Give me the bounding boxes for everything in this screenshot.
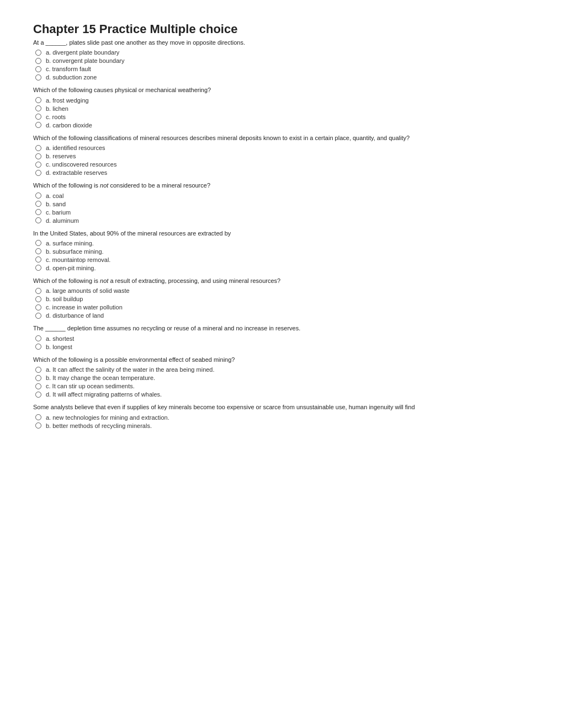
- question-text-q8: Which of the following is a possible env…: [33, 356, 530, 364]
- radio-button[interactable]: [35, 248, 41, 254]
- option-label: d. disturbance of land: [46, 312, 104, 319]
- radio-button[interactable]: [35, 201, 41, 207]
- radio-button[interactable]: [35, 50, 41, 56]
- question-block-q4: Which of the following is not considered…: [33, 181, 530, 223]
- question-text-q3: Which of the following classifications o…: [33, 134, 530, 142]
- option-label: a. frost wedging: [46, 97, 89, 104]
- question-block-q6: Which of the following is not a result o…: [33, 277, 530, 319]
- option-label: d. aluminum: [46, 217, 79, 224]
- radio-button[interactable]: [35, 383, 41, 389]
- radio-button[interactable]: [35, 256, 41, 263]
- radio-button[interactable]: [35, 105, 41, 111]
- option-row: a. frost wedging: [33, 97, 530, 104]
- radio-button[interactable]: [35, 422, 41, 429]
- question-block-q9: Some analysts believe that even if suppl…: [33, 403, 530, 429]
- question-text-q6: Which of the following is not a result o…: [33, 277, 530, 285]
- option-row: a. large amounts of solid waste: [33, 287, 530, 294]
- option-row: a. divergent plate boundary: [33, 49, 530, 56]
- option-row: b. It may change the ocean temperature.: [33, 374, 530, 381]
- radio-button[interactable]: [35, 192, 41, 199]
- radio-button[interactable]: [35, 66, 41, 72]
- option-label: c. increase in water pollution: [46, 304, 123, 311]
- option-row: b. subsurface mining.: [33, 248, 530, 255]
- option-row: d. subduction zone: [33, 74, 530, 81]
- radio-button[interactable]: [35, 240, 41, 246]
- radio-button[interactable]: [35, 209, 41, 215]
- question-block-q2: Which of the following causes physical o…: [33, 86, 530, 128]
- option-label: b. longest: [46, 344, 72, 350]
- option-row: b. longest: [33, 344, 530, 350]
- page-title: Chapter 15 Practice Multiple choice: [33, 22, 530, 36]
- option-row: d. disturbance of land: [33, 312, 530, 319]
- radio-button[interactable]: [35, 288, 41, 294]
- radio-button[interactable]: [35, 414, 41, 420]
- option-label: b. convergent plate boundary: [46, 57, 125, 64]
- option-row: d. carbon dioxide: [33, 122, 530, 129]
- option-label: c. roots: [46, 114, 66, 120]
- option-label: b. soil buildup: [46, 296, 83, 302]
- option-label: a. new technologies for mining and extra…: [46, 414, 169, 421]
- option-row: a. shortest: [33, 335, 530, 342]
- option-label: c. transform fault: [46, 66, 91, 72]
- option-row: a. coal: [33, 192, 530, 199]
- question-block-q7: The ______ depletion time assumes no rec…: [33, 324, 530, 350]
- question-text-q5: In the United States, about 90% of the m…: [33, 229, 530, 238]
- option-label: c. barium: [46, 209, 71, 216]
- option-row: b. convergent plate boundary: [33, 57, 530, 64]
- option-label: a. shortest: [46, 335, 74, 342]
- radio-button[interactable]: [35, 162, 41, 168]
- option-row: c. barium: [33, 209, 530, 216]
- question-text-q4: Which of the following is not considered…: [33, 181, 530, 190]
- radio-button[interactable]: [35, 114, 41, 120]
- option-label: a. divergent plate boundary: [46, 49, 119, 56]
- option-label: d. subduction zone: [46, 74, 97, 81]
- radio-button[interactable]: [35, 313, 41, 319]
- option-label: c. mountaintop removal.: [46, 256, 110, 263]
- option-label: b. subsurface mining.: [46, 248, 104, 255]
- option-row: a. identified resources: [33, 144, 530, 151]
- option-label: a. surface mining.: [46, 240, 94, 247]
- question-text-q9: Some analysts believe that even if suppl…: [33, 403, 530, 411]
- option-row: a. new technologies for mining and extra…: [33, 414, 530, 421]
- option-row: b. lichen: [33, 105, 530, 112]
- option-row: b. soil buildup: [33, 296, 530, 302]
- option-row: c. increase in water pollution: [33, 304, 530, 311]
- radio-button[interactable]: [35, 58, 41, 64]
- radio-button[interactable]: [35, 392, 41, 398]
- option-row: b. sand: [33, 201, 530, 207]
- option-label: b. reserves: [46, 153, 76, 159]
- question-block-q3: Which of the following classifications o…: [33, 134, 530, 176]
- option-label: c. undiscovered resources: [46, 161, 116, 168]
- option-label: d. open-pit mining.: [46, 265, 96, 271]
- option-row: b. reserves: [33, 153, 530, 159]
- radio-button[interactable]: [35, 170, 41, 176]
- option-label: d. carbon dioxide: [46, 122, 92, 129]
- radio-button[interactable]: [35, 153, 41, 159]
- option-label: b. better methods of recycling minerals.: [46, 422, 152, 429]
- option-row: a. It can affect the salinity of the wat…: [33, 366, 530, 373]
- option-label: d. It will affect migrating patterns of …: [46, 391, 162, 398]
- radio-button[interactable]: [35, 344, 41, 350]
- question-text-q7: The ______ depletion time assumes no rec…: [33, 324, 530, 333]
- option-row: d. aluminum: [33, 217, 530, 224]
- option-row: c. transform fault: [33, 66, 530, 72]
- radio-button[interactable]: [35, 375, 41, 381]
- question-text-q2: Which of the following causes physical o…: [33, 86, 530, 94]
- option-label: b. lichen: [46, 105, 68, 112]
- radio-button[interactable]: [35, 97, 41, 103]
- radio-button[interactable]: [35, 122, 41, 128]
- option-label: a. large amounts of solid waste: [46, 287, 130, 294]
- option-row: d. open-pit mining.: [33, 265, 530, 271]
- option-row: c. roots: [33, 114, 530, 120]
- option-label: a. coal: [46, 192, 63, 199]
- option-row: c. undiscovered resources: [33, 161, 530, 168]
- radio-button[interactable]: [35, 335, 41, 341]
- radio-button[interactable]: [35, 74, 41, 81]
- option-label: b. sand: [46, 201, 66, 207]
- radio-button[interactable]: [35, 145, 41, 151]
- radio-button[interactable]: [35, 217, 41, 223]
- radio-button[interactable]: [35, 367, 41, 373]
- radio-button[interactable]: [35, 296, 41, 302]
- radio-button[interactable]: [35, 265, 41, 271]
- radio-button[interactable]: [35, 304, 41, 311]
